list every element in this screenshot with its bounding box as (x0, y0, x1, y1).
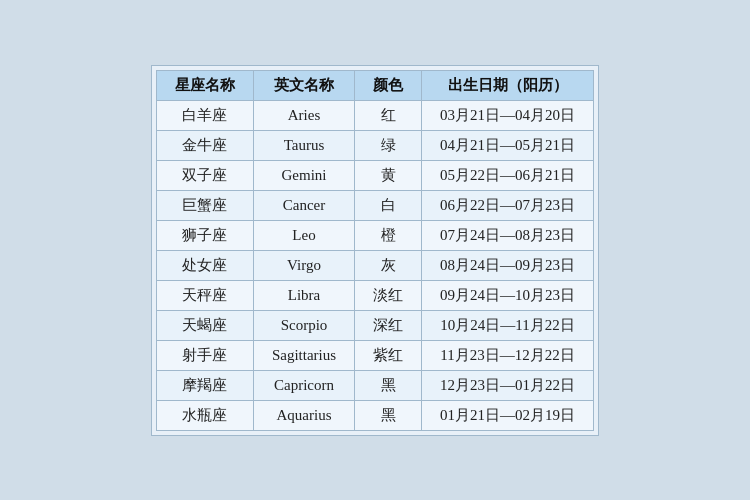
cell-english-name: Virgo (253, 250, 354, 280)
table-row: 天蝎座Scorpio深红10月24日—11月22日 (156, 310, 593, 340)
header-dates: 出生日期（阳历） (422, 70, 594, 100)
cell-dates: 01月21日—02月19日 (422, 400, 594, 430)
table-row: 金牛座Taurus绿04月21日—05月21日 (156, 130, 593, 160)
cell-english-name: Aquarius (253, 400, 354, 430)
table-row: 双子座Gemini黄05月22日—06月21日 (156, 160, 593, 190)
cell-color: 淡红 (355, 280, 422, 310)
cell-chinese-name: 巨蟹座 (156, 190, 253, 220)
cell-color: 橙 (355, 220, 422, 250)
cell-english-name: Leo (253, 220, 354, 250)
table-row: 巨蟹座Cancer白06月22日—07月23日 (156, 190, 593, 220)
table-row: 射手座Sagittarius紫红11月23日—12月22日 (156, 340, 593, 370)
cell-english-name: Capricorn (253, 370, 354, 400)
cell-english-name: Cancer (253, 190, 354, 220)
cell-color: 灰 (355, 250, 422, 280)
cell-english-name: Gemini (253, 160, 354, 190)
cell-chinese-name: 天蝎座 (156, 310, 253, 340)
cell-color: 紫红 (355, 340, 422, 370)
cell-dates: 10月24日—11月22日 (422, 310, 594, 340)
table-row: 摩羯座Capricorn黑12月23日—01月22日 (156, 370, 593, 400)
cell-chinese-name: 金牛座 (156, 130, 253, 160)
cell-english-name: Scorpio (253, 310, 354, 340)
table-row: 狮子座Leo橙07月24日—08月23日 (156, 220, 593, 250)
cell-chinese-name: 天秤座 (156, 280, 253, 310)
cell-chinese-name: 射手座 (156, 340, 253, 370)
cell-dates: 05月22日—06月21日 (422, 160, 594, 190)
table-row: 水瓶座Aquarius黑01月21日—02月19日 (156, 400, 593, 430)
cell-dates: 03月21日—04月20日 (422, 100, 594, 130)
cell-chinese-name: 处女座 (156, 250, 253, 280)
cell-dates: 11月23日—12月22日 (422, 340, 594, 370)
cell-english-name: Taurus (253, 130, 354, 160)
cell-color: 白 (355, 190, 422, 220)
zodiac-table-container: 星座名称 英文名称 颜色 出生日期（阳历） 白羊座Aries红03月21日—04… (151, 65, 599, 436)
cell-dates: 07月24日—08月23日 (422, 220, 594, 250)
cell-color: 黑 (355, 400, 422, 430)
cell-color: 红 (355, 100, 422, 130)
table-body: 白羊座Aries红03月21日—04月20日金牛座Taurus绿04月21日—0… (156, 100, 593, 430)
cell-dates: 06月22日—07月23日 (422, 190, 594, 220)
cell-chinese-name: 水瓶座 (156, 400, 253, 430)
cell-dates: 04月21日—05月21日 (422, 130, 594, 160)
table-header-row: 星座名称 英文名称 颜色 出生日期（阳历） (156, 70, 593, 100)
cell-color: 绿 (355, 130, 422, 160)
cell-dates: 08月24日—09月23日 (422, 250, 594, 280)
cell-chinese-name: 狮子座 (156, 220, 253, 250)
cell-english-name: Sagittarius (253, 340, 354, 370)
cell-color: 深红 (355, 310, 422, 340)
cell-dates: 12月23日—01月22日 (422, 370, 594, 400)
cell-color: 黑 (355, 370, 422, 400)
table-row: 白羊座Aries红03月21日—04月20日 (156, 100, 593, 130)
zodiac-table: 星座名称 英文名称 颜色 出生日期（阳历） 白羊座Aries红03月21日—04… (156, 70, 594, 431)
cell-chinese-name: 双子座 (156, 160, 253, 190)
cell-color: 黄 (355, 160, 422, 190)
cell-chinese-name: 白羊座 (156, 100, 253, 130)
cell-chinese-name: 摩羯座 (156, 370, 253, 400)
cell-english-name: Aries (253, 100, 354, 130)
header-chinese-name: 星座名称 (156, 70, 253, 100)
table-row: 天秤座Libra淡红09月24日—10月23日 (156, 280, 593, 310)
header-english-name: 英文名称 (253, 70, 354, 100)
cell-english-name: Libra (253, 280, 354, 310)
header-color: 颜色 (355, 70, 422, 100)
table-row: 处女座Virgo灰08月24日—09月23日 (156, 250, 593, 280)
cell-dates: 09月24日—10月23日 (422, 280, 594, 310)
